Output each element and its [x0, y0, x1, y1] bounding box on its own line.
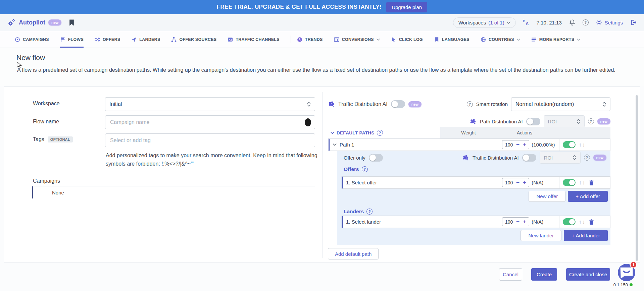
offer-only-toggle[interactable] — [369, 154, 383, 162]
select-arrows-icon — [577, 118, 580, 124]
nav-item-more-reports[interactable]: MORE REPORTS — [531, 31, 580, 48]
nav-item-conversions[interactable]: CONVERSIONS — [334, 31, 380, 48]
translate-icon[interactable]: x̄A — [523, 19, 530, 26]
new-offer-button[interactable]: New offer — [529, 191, 565, 202]
lander-row[interactable]: 1. Select lander 100 − + (N/A) ↑↓ — [342, 216, 610, 228]
nav-item-click-log[interactable]: CLICK LOG — [391, 31, 423, 48]
main-nav: CAMPAIGNS FLOWS OFFERS LANDERS OFFER SOU… — [0, 31, 644, 48]
increase-weight-button[interactable]: + — [523, 180, 526, 185]
smart-rotation-help-icon[interactable]: ? — [467, 101, 473, 107]
nav-item-traffic-channels[interactable]: Ad TRAFFIC CHANNELS — [228, 31, 279, 48]
lander-actions-cell: ↑↓ — [559, 216, 610, 228]
lander-enabled-toggle[interactable] — [563, 218, 576, 225]
add-lander-button[interactable]: + Add lander — [564, 230, 608, 241]
flow-name-label: Flow name — [33, 119, 59, 125]
chevron-down-icon — [577, 39, 580, 41]
nav-item-label: LANDERS — [139, 37, 160, 42]
offer-name-cell[interactable]: 1. Select offer — [343, 177, 500, 188]
table-header: DEFAULT PATHS ? Weight Actions — [329, 127, 610, 138]
new-lander-button[interactable]: New lander — [521, 230, 561, 241]
settings-button[interactable]: Settings — [596, 19, 623, 26]
path-traffic-ai-help-icon[interactable]: ? — [584, 155, 590, 161]
tags-input[interactable] — [105, 133, 315, 147]
increase-weight-button[interactable]: + — [523, 219, 526, 225]
nav-item-campaigns[interactable]: CAMPAIGNS — [15, 31, 49, 48]
nav-item-offer-sources[interactable]: OFFER SOURCES — [171, 31, 216, 48]
offer-enabled-toggle[interactable] — [563, 179, 576, 186]
path-traffic-ai-new-badge: new — [593, 155, 606, 161]
path-name-cell[interactable]: Path 1 — [330, 139, 500, 151]
nav-item-offers[interactable]: OFFERS — [95, 31, 120, 48]
create-button[interactable]: Create — [531, 268, 557, 281]
brand-new-badge: new — [48, 19, 61, 25]
landers-help-icon[interactable]: ? — [366, 209, 373, 215]
workspace-select[interactable]: Initial — [105, 97, 315, 111]
move-up-down-arrows[interactable]: ↑↓ — [579, 180, 586, 186]
nav-item-trends[interactable]: TRENDS — [297, 31, 323, 48]
lander-buttons: New lander + Add lander — [521, 230, 608, 241]
smart-rotation-select[interactable]: Normal rotation(random) — [511, 97, 610, 111]
offer-weight-value: 100 — [505, 180, 513, 185]
path-enabled-toggle[interactable] — [563, 141, 576, 148]
path-ai-roi-select[interactable]: ROI — [544, 115, 585, 127]
bell-icon[interactable] — [569, 19, 576, 26]
decrease-weight-button[interactable]: − — [516, 219, 519, 225]
nav-item-label: TRENDS — [305, 37, 323, 42]
trash-icon[interactable] — [589, 219, 594, 225]
offer-only-label: Offer only — [344, 155, 365, 161]
default-paths-heading[interactable]: DEFAULT PATHS ? — [329, 127, 440, 138]
offers-help-icon[interactable]: ? — [362, 166, 368, 172]
nav-divider — [291, 36, 291, 43]
add-offer-button[interactable]: + Add offer — [568, 191, 608, 202]
scrollbar-thumb[interactable] — [636, 95, 638, 261]
offer-weight-cell: 100 − + (N/A) — [500, 177, 559, 188]
lander-weight-cell: 100 − + (N/A) — [500, 216, 559, 228]
chat-unread-badge: 1 — [630, 261, 637, 268]
nav-item-flows[interactable]: FLOWS — [60, 31, 84, 48]
move-up-down-arrows[interactable]: ↑↓ — [579, 142, 586, 148]
workspaces-dropdown[interactable]: Workspaces (1 of 1) — [453, 17, 516, 28]
nav-item-languages[interactable]: LANGUAGES — [434, 31, 469, 48]
status-dot — [630, 283, 633, 286]
create-and-close-button[interactable]: Create and close — [566, 268, 610, 281]
path-traffic-ai-roi-select[interactable]: ROI — [540, 152, 581, 164]
upgrade-plan-button[interactable]: Upgrade plan — [386, 2, 427, 12]
lander-weight-input[interactable]: 100 − + — [502, 217, 529, 226]
add-default-path-button[interactable]: Add default path — [328, 248, 379, 259]
nav-item-landers[interactable]: LANDERS — [131, 31, 160, 48]
decrease-weight-button[interactable]: − — [516, 142, 519, 148]
help-circle-icon[interactable]: ? — [583, 19, 589, 25]
decrease-weight-button[interactable]: − — [516, 180, 519, 185]
trash-icon[interactable] — [589, 180, 594, 186]
path-ai-help-icon[interactable]: ? — [588, 118, 594, 124]
path-row[interactable]: Path 1 100 − + (100.00%) ↑↓ — [329, 138, 610, 151]
move-up-down-arrows[interactable]: ↑↓ — [579, 219, 586, 225]
offer-buttons: New offer + Add offer — [529, 191, 608, 202]
logout-icon[interactable] — [630, 19, 637, 26]
increase-weight-button[interactable]: + — [523, 142, 526, 148]
lander-name: 1. Select lander — [346, 219, 381, 225]
table-icon — [334, 37, 339, 42]
traffic-ai-new-badge: new — [408, 101, 422, 107]
workspaces-label: Workspaces — [458, 20, 486, 25]
path-traffic-ai-toggle[interactable] — [522, 154, 536, 162]
offer-row[interactable]: 1. Select offer 100 − + (N/A) ↑↓ — [342, 176, 610, 189]
offer-name: 1. Select offer — [346, 180, 377, 185]
bookmark-icon[interactable] — [69, 19, 74, 26]
flow-name-black-dot-button[interactable] — [305, 118, 311, 126]
default-paths-help-icon[interactable]: ? — [377, 130, 383, 136]
roi-value: ROI — [548, 119, 557, 124]
nav-item-countries[interactable]: COUNTRIES — [481, 31, 520, 48]
cancel-button[interactable]: Cancel — [499, 268, 522, 281]
list-icon — [531, 37, 537, 42]
lander-name-cell[interactable]: 1. Select lander — [343, 216, 500, 228]
nav-item-label: CLICK LOG — [399, 37, 423, 42]
traffic-ai-toggle[interactable] — [391, 100, 405, 108]
offer-weight-input[interactable]: 100 − + — [502, 178, 529, 187]
path-weight-input[interactable]: 100 − + — [502, 140, 529, 149]
brain-ai-icon — [328, 101, 335, 108]
path-ai-toggle[interactable] — [526, 118, 540, 125]
svg-text:A: A — [526, 21, 529, 26]
brain-ai-icon — [462, 154, 469, 161]
flow-name-input[interactable] — [105, 115, 315, 129]
